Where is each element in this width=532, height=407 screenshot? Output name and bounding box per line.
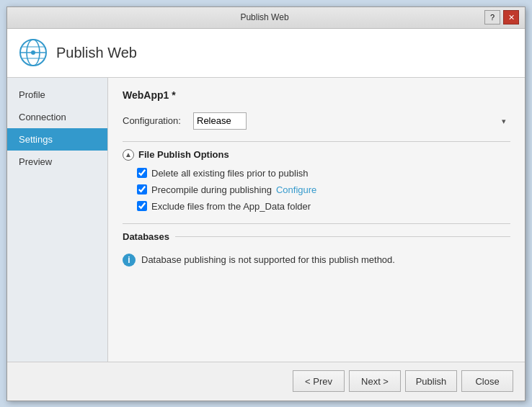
databases-divider xyxy=(175,236,510,237)
dialog-window: Publish Web ? ✕ Publish Web Profile Conn… xyxy=(6,6,526,401)
databases-title: Databases xyxy=(123,231,169,242)
content-area: Profile Connection Settings Preview WebA… xyxy=(7,78,525,362)
file-publish-title: File Publish Options xyxy=(138,149,229,160)
checkbox-label-delete-files: Delete all existing files prior to publi… xyxy=(151,168,309,179)
footer: < Prev Next > Publish Close xyxy=(7,362,525,401)
configure-link[interactable]: Configure xyxy=(276,184,316,195)
configuration-row: Configuration: Debug Release xyxy=(123,112,510,130)
help-button[interactable]: ? xyxy=(484,10,500,24)
main-content: WebApp1 * Configuration: Debug Release ▲… xyxy=(108,78,525,362)
checkbox-precompile[interactable] xyxy=(137,184,147,194)
sidebar-item-profile[interactable]: Profile xyxy=(7,84,107,106)
collapse-icon[interactable]: ▲ xyxy=(123,149,134,161)
svg-point-5 xyxy=(31,50,35,55)
databases-info-text: Database publishing is not supported for… xyxy=(141,254,395,265)
dialog-title: Publish Web xyxy=(45,12,484,22)
checkbox-row-2: Precompile during publishing Configure xyxy=(137,184,510,195)
title-bar-controls: ? ✕ xyxy=(484,10,519,24)
close-button[interactable]: Close xyxy=(461,370,513,392)
info-icon: i xyxy=(123,254,136,267)
sidebar-item-settings[interactable]: Settings xyxy=(7,128,107,151)
databases-header: Databases xyxy=(123,223,510,242)
file-publish-section-header: ▲ File Publish Options xyxy=(123,141,510,161)
checkbox-label-precompile: Precompile during publishing xyxy=(151,184,272,195)
close-title-button[interactable]: ✕ xyxy=(503,10,519,24)
configuration-label: Configuration: xyxy=(123,115,187,126)
prev-button[interactable]: < Prev xyxy=(293,370,345,392)
databases-section: Databases i Database publishing is not s… xyxy=(123,223,510,269)
checkbox-exclude-appdata[interactable] xyxy=(137,201,147,211)
checkbox-row-3: Exclude files from the App_Data folder xyxy=(137,201,510,212)
globe-icon xyxy=(19,38,48,67)
checkboxes-container: Delete all existing files prior to publi… xyxy=(137,168,510,212)
header-section: Publish Web xyxy=(7,29,525,78)
publish-button[interactable]: Publish xyxy=(405,370,457,392)
sidebar-item-connection[interactable]: Connection xyxy=(7,106,107,128)
next-button[interactable]: Next > xyxy=(349,370,401,392)
databases-info-row: i Database publishing is not supported f… xyxy=(123,251,510,269)
webapp-title: WebApp1 * xyxy=(123,89,510,101)
checkbox-label-exclude-appdata: Exclude files from the App_Data folder xyxy=(151,201,311,212)
sidebar: Profile Connection Settings Preview xyxy=(7,78,108,362)
configuration-select-wrapper: Debug Release xyxy=(193,112,510,130)
checkbox-delete-files[interactable] xyxy=(137,168,147,178)
header-title: Publish Web xyxy=(56,45,137,61)
configuration-select[interactable]: Debug Release xyxy=(193,112,247,130)
checkbox-row-1: Delete all existing files prior to publi… xyxy=(137,168,510,179)
sidebar-item-preview[interactable]: Preview xyxy=(7,151,107,173)
title-bar: Publish Web ? ✕ xyxy=(7,7,525,29)
